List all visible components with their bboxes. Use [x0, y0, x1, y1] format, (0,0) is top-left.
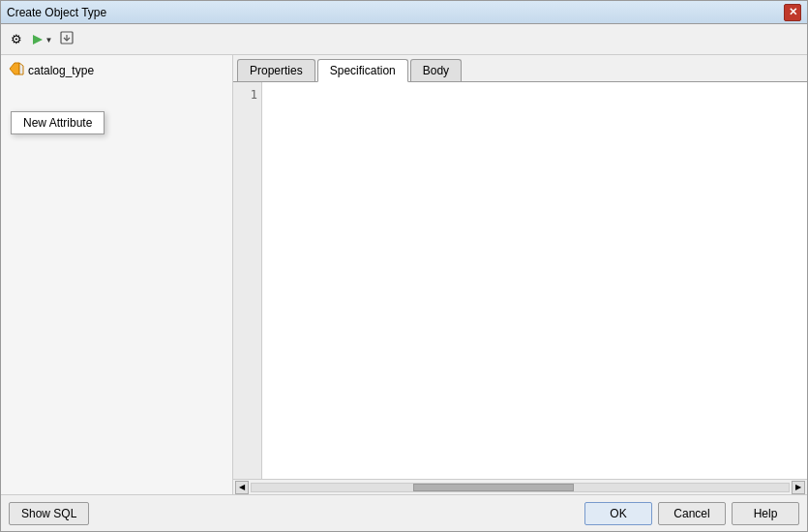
svg-marker-0 — [33, 35, 43, 44]
scroll-track — [251, 483, 790, 492]
bottom-right-buttons: OK Cancel Help — [584, 502, 799, 525]
settings-icon: ⚙ — [11, 32, 22, 46]
code-editor[interactable] — [262, 82, 807, 479]
tab-properties[interactable]: Properties — [237, 59, 315, 81]
horizontal-scrollbar: ◀ ▶ — [233, 479, 807, 494]
svg-marker-4 — [19, 63, 23, 74]
scroll-thumb[interactable] — [413, 484, 575, 491]
new-attribute-menu-item[interactable]: New Attribute — [12, 112, 104, 133]
scroll-right-button[interactable]: ▶ — [792, 481, 805, 494]
main-content: catalog_type New Attribute Properties Sp… — [1, 55, 807, 494]
title-bar-left: Create Object Type — [7, 6, 106, 19]
tree-item-catalog-type[interactable]: catalog_type — [5, 59, 228, 81]
toolbar-btn-2[interactable]: ▼ — [30, 28, 53, 51]
line-numbers: 1 — [233, 82, 262, 479]
left-panel: catalog_type New Attribute — [1, 55, 233, 494]
tree-item-label: catalog_type — [28, 64, 94, 77]
dropdown-arrow: ▼ — [45, 36, 53, 44]
context-menu: New Attribute — [11, 111, 105, 134]
bottom-bar: Show SQL OK Cancel Help — [1, 494, 807, 531]
help-button[interactable]: Help — [732, 502, 799, 525]
window-title: Create Object Type — [7, 6, 106, 19]
tab-specification[interactable]: Specification — [317, 59, 408, 82]
show-sql-button[interactable]: Show SQL — [9, 502, 89, 525]
import-svg — [60, 31, 74, 44]
object-type-icon — [9, 61, 24, 76]
tabs-bar: Properties Specification Body — [233, 55, 807, 82]
run-icon: ▼ — [31, 33, 53, 46]
svg-marker-3 — [10, 63, 19, 74]
cancel-button[interactable]: Cancel — [658, 502, 726, 525]
tab-body[interactable]: Body — [410, 59, 462, 81]
title-bar: Create Object Type ✕ — [1, 1, 807, 24]
main-window: Create Object Type ✕ ⚙ ▼ — [0, 0, 808, 532]
close-button[interactable]: ✕ — [784, 4, 801, 21]
close-icon: ✕ — [789, 6, 797, 18]
toolbar-btn-1[interactable]: ⚙ — [5, 28, 28, 51]
scroll-left-button[interactable]: ◀ — [235, 481, 249, 494]
toolbar: ⚙ ▼ — [1, 24, 807, 55]
ok-button[interactable]: OK — [584, 502, 652, 525]
right-panel: Properties Specification Body 1 ◀ ▶ — [233, 55, 807, 494]
import-icon — [60, 31, 74, 47]
bottom-left-buttons: Show SQL — [9, 502, 89, 525]
toolbar-btn-3[interactable] — [55, 28, 78, 51]
tree-item-icon — [9, 61, 24, 79]
tab-content-specification: 1 — [233, 82, 807, 479]
run-svg — [31, 33, 45, 46]
line-number-1: 1 — [237, 86, 257, 104]
